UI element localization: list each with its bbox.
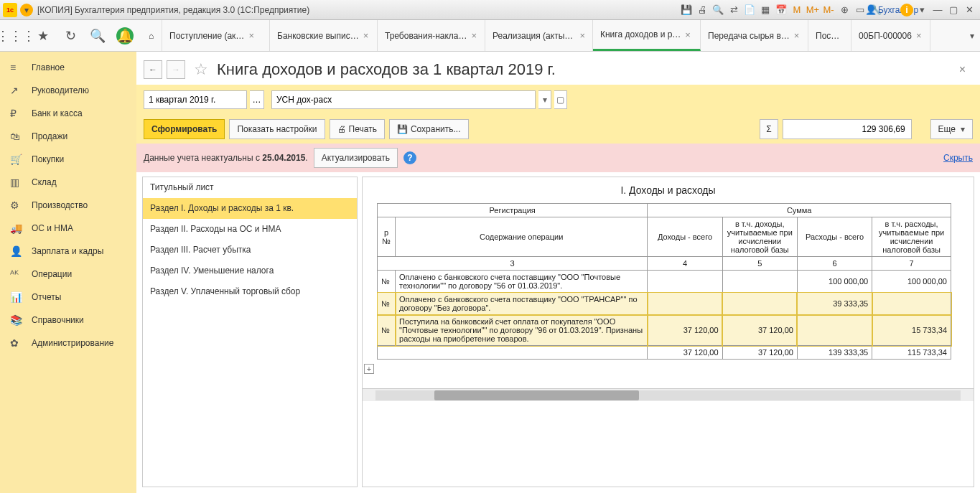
tab-close-icon[interactable]: × <box>685 29 691 40</box>
memory-m-icon[interactable]: M <box>790 3 804 17</box>
print-button[interactable]: 🖨Печать <box>330 119 385 139</box>
section-item-r5[interactable]: Раздел V. Уплаченный торговый сбор <box>143 281 357 302</box>
tab-close-icon[interactable]: × <box>916 30 922 41</box>
copy-icon[interactable]: 📄 <box>742 3 757 17</box>
info-icon[interactable]: i <box>900 4 913 17</box>
update-dd-icon[interactable]: ▾ <box>915 3 929 17</box>
show-settings-button[interactable]: Показать настройки <box>229 119 325 139</box>
table-row[interactable]: № Оплачено с банковского счета поставщик… <box>378 293 951 315</box>
sidebar-item-refs[interactable]: 📚Справочники <box>0 309 136 332</box>
sidebar-label: Зарплата и кадры <box>32 246 103 256</box>
tab-home[interactable]: ⌂ <box>141 20 162 51</box>
horizontal-scrollbar[interactable] <box>363 388 974 401</box>
sidebar-label: Главное <box>32 62 65 72</box>
gear-icon: ⚙ <box>10 199 23 211</box>
page-close-icon[interactable]: × <box>956 60 969 79</box>
tab-item[interactable]: Банковские выпис…× <box>270 20 378 51</box>
app-menu-icon[interactable]: ▾ <box>20 4 33 17</box>
org-dropdown-icon[interactable]: ▾ <box>538 90 551 109</box>
tab-item[interactable]: Передача сырья в…× <box>701 20 808 51</box>
zoom-icon[interactable]: ⊕ <box>837 3 851 17</box>
calendar-icon[interactable]: 📅 <box>774 3 788 17</box>
section-item-title[interactable]: Титульный лист <box>143 177 357 198</box>
star-outline-icon[interactable]: ☆ <box>194 60 208 79</box>
tab-item[interactable]: Требования-накла…× <box>378 20 485 51</box>
user-label[interactable]: 👤Бухгалтер <box>885 3 899 17</box>
books-icon: 📚 <box>10 314 23 326</box>
grid-area[interactable]: I. Доходы и расходы + Регистрация Сумма … <box>362 177 974 487</box>
nav-back-button[interactable]: ← <box>144 60 162 79</box>
sidebar-item-os[interactable]: 🚚ОС и НМА <box>0 217 136 240</box>
table-row[interactable]: № Поступила на банковский счет оплата от… <box>378 315 951 346</box>
sidebar-item-admin[interactable]: ✿Администрирование <box>0 332 136 355</box>
restore-icon[interactable]: ▢ <box>946 3 961 17</box>
cell-op: Оплачено с банковского счета поставщику … <box>396 271 648 293</box>
tab-item[interactable]: Поступление (ак…× <box>162 20 270 51</box>
close-icon[interactable]: ✕ <box>962 3 976 17</box>
grid-icon[interactable]: ▦ <box>758 3 773 17</box>
sidebar-item-bank[interactable]: ₽Банк и касса <box>0 102 136 125</box>
bell-icon[interactable]: 🔔 <box>116 27 134 44</box>
tab-item[interactable]: Книга доходов и р…× <box>593 20 701 51</box>
tab-item[interactable]: Пос… <box>808 20 851 51</box>
sidebar-label: Администрирование <box>32 338 113 348</box>
sidebar-label: Продажи <box>32 131 67 141</box>
tab-close-icon[interactable]: × <box>248 30 254 41</box>
section-item-r1[interactable]: Раздел I. Доходы и расходы за 1 кв. <box>143 198 357 219</box>
tab-close-icon[interactable]: × <box>579 30 585 41</box>
tab-close-icon[interactable]: × <box>363 30 369 41</box>
more-button[interactable]: Еще▾ <box>930 119 973 139</box>
sidebar-item-sales[interactable]: 🛍Продажи <box>0 125 136 148</box>
help-icon[interactable]: ? <box>403 151 416 164</box>
favorite-icon[interactable]: ★ <box>34 27 52 44</box>
tab-item[interactable]: Реализация (акты,…× <box>485 20 593 51</box>
save-icon[interactable]: 💾 <box>679 3 694 17</box>
org-input[interactable]: УСН дох-расх <box>271 90 536 109</box>
section-item-r3[interactable]: Раздел III. Расчет убытка <box>143 240 357 260</box>
save-report-button[interactable]: 💾Сохранить... <box>389 119 469 139</box>
history-icon[interactable]: ↻ <box>62 27 79 44</box>
colnum-5: 5 <box>722 257 797 271</box>
minimize-icon[interactable]: — <box>930 3 945 17</box>
tabs-more-icon[interactable]: ▾ <box>964 31 980 41</box>
section-item-r4[interactable]: Раздел IV. Уменьшение налога <box>143 260 357 281</box>
tab-item[interactable]: 00БП-000006× <box>851 20 930 51</box>
logo-1c-icon[interactable]: 1c <box>3 3 17 17</box>
tab-close-icon[interactable]: × <box>794 30 800 41</box>
sidebar-item-reports[interactable]: 📊Отчеты <box>0 286 136 309</box>
sidebar-item-operations[interactable]: ᴬᴷОперации <box>0 263 136 286</box>
print-icon[interactable]: 🖨 <box>695 3 709 17</box>
sidebar-item-salary[interactable]: 👤Зарплата и кадры <box>0 240 136 263</box>
memory-mplus-icon[interactable]: M+ <box>806 3 820 17</box>
hide-alert-link[interactable]: Скрыть <box>943 153 973 163</box>
sidebar-item-manager[interactable]: ↗Руководителю <box>0 79 136 102</box>
table-row[interactable]: № Оплачено с банковского счета поставщик… <box>378 271 951 293</box>
sidebar-item-stock[interactable]: ▥Склад <box>0 171 136 194</box>
report-table: Регистрация Сумма р № Содержание операци… <box>377 203 951 360</box>
compare-icon[interactable]: ⇄ <box>727 3 741 17</box>
section-item-r2[interactable]: Раздел II. Расходы на ОС и НМА <box>143 219 357 240</box>
tab-close-icon[interactable]: × <box>472 30 477 41</box>
sum-sigma-button[interactable]: Σ <box>760 119 778 139</box>
sidebar-item-purchases[interactable]: 🛒Покупки <box>0 148 136 171</box>
org-open-icon[interactable]: ▢ <box>554 90 567 109</box>
col-exp-tax: в т.ч. расходы, учитываемые при исчислен… <box>872 217 951 257</box>
cell-no: № <box>378 315 396 346</box>
sidebar-label: Производство <box>32 200 88 210</box>
expand-icon[interactable]: + <box>364 364 374 374</box>
table-row-total[interactable]: 37 120,00 37 120,00 139 333,35 115 733,3… <box>378 346 951 360</box>
generate-button[interactable]: Сформировать <box>144 119 225 139</box>
nav-fwd-button[interactable]: → <box>167 60 185 79</box>
preview-icon[interactable]: 🔍 <box>711 3 725 17</box>
memory-mminus-icon[interactable]: M- <box>821 3 836 17</box>
scroll-thumb[interactable] <box>434 390 639 400</box>
period-input[interactable]: 1 квартал 2019 г. <box>144 90 247 109</box>
menu-icon[interactable]: ⋮⋮⋮ <box>7 27 24 44</box>
actualize-button[interactable]: Актуализировать <box>314 148 398 168</box>
col-inc-tax: в т.ч. доходы, учитываемые при исчислени… <box>722 217 797 257</box>
period-picker-button[interactable]: … <box>250 90 264 109</box>
sidebar-item-production[interactable]: ⚙Производство <box>0 194 136 217</box>
sidebar-item-main[interactable]: ≡Главное <box>0 56 136 79</box>
search-icon[interactable]: 🔍 <box>89 27 106 44</box>
cell-inctax: 37 120,00 <box>722 315 797 346</box>
